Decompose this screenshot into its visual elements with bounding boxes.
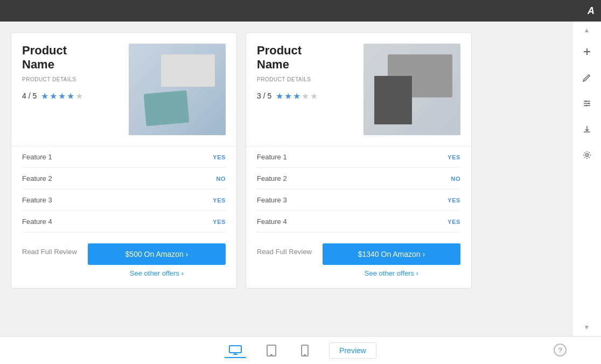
feature-value-1-4: YES (213, 219, 226, 225)
star-1-4: ★ (67, 91, 74, 101)
product-image-1 (129, 44, 226, 135)
svg-rect-9 (229, 346, 241, 353)
mobile-view-button[interactable] (297, 342, 313, 359)
svg-point-8 (585, 154, 588, 157)
feature-row-2-3: Feature 3 YES (257, 190, 460, 211)
card-info-1: Product Name PRODUCT DETAILS 4 / 5 ★ ★ ★… (22, 44, 123, 135)
feature-name-1-1: Feature 1 (22, 153, 52, 161)
help-icon[interactable]: ? (554, 344, 567, 356)
bottom-toolbar: Preview ? (0, 336, 601, 364)
main-layout: Product Name PRODUCT DETAILS 4 / 5 ★ ★ ★… (0, 22, 601, 336)
star-1-5: ★ (75, 91, 83, 101)
star-2-4: ★ (302, 91, 309, 101)
read-review-link-1[interactable]: Read Full Review (22, 248, 77, 256)
feature-name-2-1: Feature 1 (257, 153, 287, 161)
card-top-2: Product Name PRODUCT DETAILS 3 / 5 ★ ★ ★… (246, 33, 471, 141)
feature-value-2-3: YES (448, 197, 460, 204)
feature-name-2-3: Feature 3 (257, 196, 287, 204)
see-offers-link-1[interactable]: See other offers › (130, 269, 184, 277)
see-offers-link-2[interactable]: See other offers › (365, 269, 418, 277)
rating-row-2: 3 / 5 ★ ★ ★ ★ ★ (257, 91, 358, 101)
svg-point-6 (588, 103, 589, 104)
rating-text-2: 3 / 5 (257, 92, 271, 100)
feature-value-2-4: YES (448, 219, 460, 225)
buy-section-2: $1340 On Amazon › See other offers › (323, 243, 460, 277)
star-2-5: ★ (310, 91, 318, 101)
scroll-down-arrows: ▼ (584, 324, 590, 331)
download-icon[interactable] (579, 122, 595, 137)
desktop-view-button[interactable] (225, 343, 246, 358)
feature-name-1-2: Feature 2 (22, 174, 52, 183)
feature-name-2-4: Feature 4 (257, 218, 287, 226)
product-name-2: Product Name (257, 44, 358, 72)
star-1-2: ★ (50, 91, 57, 101)
action-section-2: Read Full Review $1340 On Amazon › See o… (246, 233, 471, 277)
right-sidebar: ▲ (572, 22, 601, 336)
star-2-2: ★ (284, 91, 292, 101)
feature-value-2-1: YES (448, 154, 460, 160)
edit-icon[interactable] (579, 70, 595, 85)
action-section-1: Read Full Review $500 On Amazon › See ot… (11, 233, 236, 277)
sliders-icon[interactable] (579, 96, 595, 111)
star-1-1: ★ (41, 91, 48, 101)
product-card-2: Product Name PRODUCT DETAILS 3 / 5 ★ ★ ★… (246, 32, 472, 289)
card-info-2: Product Name PRODUCT DETAILS 3 / 5 ★ ★ ★… (257, 44, 358, 135)
feature-row-2-4: Feature 4 YES (257, 211, 460, 233)
product-card-1: Product Name PRODUCT DETAILS 4 / 5 ★ ★ ★… (11, 32, 237, 289)
product-name-1: Product Name (22, 44, 123, 72)
product-details-2: PRODUCT DETAILS (257, 76, 358, 82)
features-section-2: Feature 1 YES Feature 2 NO Feature 3 YES… (246, 146, 471, 233)
feature-name-2-2: Feature 2 (257, 174, 287, 183)
scroll-arrows: ▲ (584, 27, 590, 33)
svg-point-5 (585, 101, 586, 102)
read-review-link-2[interactable]: Read Full Review (257, 248, 312, 256)
feature-value-1-1: YES (213, 154, 226, 160)
star-2-1: ★ (276, 91, 283, 101)
amazon-button-2[interactable]: $1340 On Amazon › (323, 243, 460, 265)
feature-value-1-3: YES (213, 197, 226, 204)
feature-row-1-3: Feature 3 YES (22, 190, 226, 211)
svg-point-7 (585, 105, 587, 107)
preview-button[interactable]: Preview (329, 342, 376, 359)
content-area[interactable]: Product Name PRODUCT DETAILS 4 / 5 ★ ★ ★… (0, 22, 572, 336)
app-logo: A (588, 5, 595, 17)
stars-2: ★ ★ ★ ★ ★ (276, 91, 318, 101)
feature-value-1-2: NO (216, 176, 226, 182)
stars-1: ★ ★ ★ ★ ★ (41, 91, 83, 101)
product-details-1: PRODUCT DETAILS (22, 76, 123, 82)
card-top-1: Product Name PRODUCT DETAILS 4 / 5 ★ ★ ★… (11, 33, 236, 141)
star-2-3: ★ (293, 91, 300, 101)
scroll-up-icon[interactable]: ▲ (584, 27, 590, 33)
rating-text-1: 4 / 5 (22, 92, 37, 100)
star-1-3: ★ (58, 91, 66, 101)
scroll-down-icon[interactable]: ▼ (584, 324, 590, 331)
plus-icon[interactable] (579, 44, 595, 59)
features-section-1: Feature 1 YES Feature 2 NO Feature 3 YES… (11, 146, 236, 233)
product-image-2 (364, 44, 460, 135)
feature-value-2-2: NO (451, 176, 460, 182)
feature-name-1-3: Feature 3 (22, 196, 52, 204)
tablet-view-button[interactable] (262, 342, 281, 359)
feature-row-1-4: Feature 4 YES (22, 211, 226, 233)
feature-name-1-4: Feature 4 (22, 218, 52, 226)
products-row: Product Name PRODUCT DETAILS 4 / 5 ★ ★ ★… (11, 32, 561, 289)
feature-row-1-1: Feature 1 YES (22, 146, 226, 168)
buy-section-1: $500 On Amazon › See other offers › (88, 243, 226, 277)
amazon-button-1[interactable]: $500 On Amazon › (88, 243, 226, 265)
feature-row-2-1: Feature 1 YES (257, 146, 460, 168)
settings-icon[interactable] (579, 148, 595, 163)
feature-row-1-2: Feature 2 NO (22, 168, 226, 190)
rating-row-1: 4 / 5 ★ ★ ★ ★ ★ (22, 91, 123, 101)
top-bar: A (0, 0, 601, 22)
feature-row-2-2: Feature 2 NO (257, 168, 460, 190)
